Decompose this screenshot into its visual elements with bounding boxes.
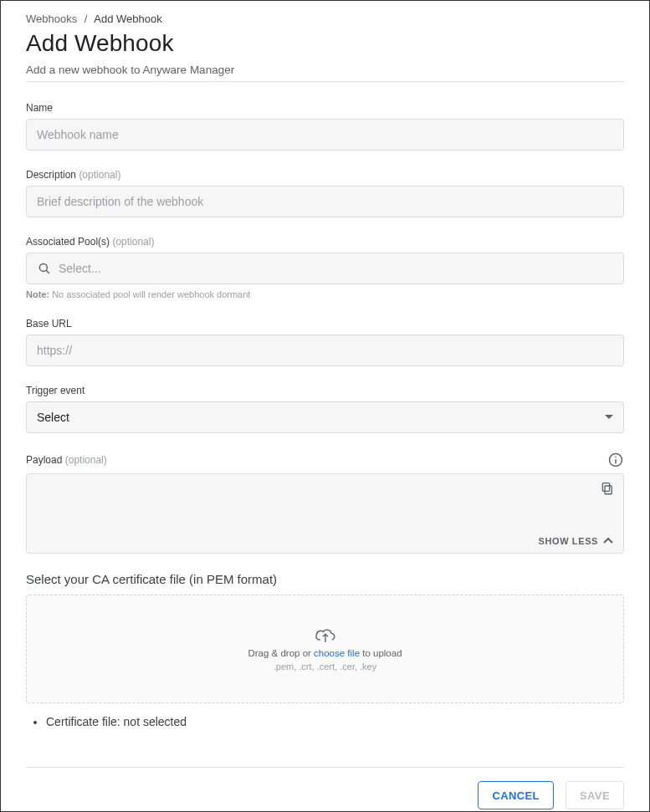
cert-status-list: Certificate file: not selected (46, 715, 624, 728)
breadcrumb-current: Add Webhook (94, 13, 161, 25)
name-input[interactable] (26, 119, 624, 151)
drop-suffix: to upload (360, 648, 402, 658)
pools-optional: (optional) (112, 236, 154, 248)
footer-separator (26, 767, 624, 768)
svg-point-0 (39, 263, 47, 271)
svg-rect-6 (602, 483, 609, 492)
search-icon (37, 261, 52, 276)
svg-rect-5 (605, 486, 612, 494)
cloud-upload-icon (314, 626, 337, 645)
baseurl-input[interactable] (26, 335, 624, 366)
trigger-select[interactable]: Select (26, 401, 624, 433)
name-label: Name (26, 102, 624, 114)
drop-extensions: .pem, .crt, .cert, .cer, .key (274, 661, 376, 672)
pools-label-text: Associated Pool(s) (26, 236, 110, 248)
show-less-text: SHOW LESS (539, 536, 598, 546)
footer-actions: CANCEL SAVE (26, 781, 624, 809)
description-input[interactable] (26, 186, 624, 217)
cancel-button[interactable]: CANCEL (478, 781, 554, 809)
page-frame: Webhooks / Add Webhook Add Webhook Add a… (0, 0, 650, 812)
payload-optional: (optional) (65, 454, 107, 466)
breadcrumb: Webhooks / Add Webhook (26, 13, 624, 25)
pools-label: Associated Pool(s) (optional) (26, 236, 624, 248)
description-label-text: Description (26, 169, 76, 181)
payload-label: Payload (optional) (26, 454, 107, 466)
payload-label-text: Payload (26, 454, 62, 466)
cert-status-item: Certificate file: not selected (46, 715, 624, 728)
pools-note: Note: No associated pool will render web… (26, 289, 624, 299)
copy-icon[interactable] (600, 481, 615, 496)
breadcrumb-separator: / (84, 13, 88, 25)
svg-point-4 (615, 456, 617, 457)
field-baseurl: Base URL (26, 318, 624, 366)
baseurl-label: Base URL (26, 318, 624, 329)
pools-note-prefix: Note: (26, 289, 49, 299)
svg-line-1 (46, 270, 49, 273)
page-subtitle: Add a new webhook to Anyware Manager (26, 64, 624, 82)
page-title: Add Webhook (26, 30, 624, 57)
chevron-up-icon (603, 538, 613, 544)
trigger-selected: Select (37, 411, 69, 424)
payload-box[interactable]: SHOW LESS (26, 473, 624, 554)
field-trigger: Trigger event Select (26, 385, 624, 433)
trigger-label: Trigger event (26, 385, 624, 396)
save-button: SAVE (566, 781, 624, 809)
description-label: Description (optional) (26, 169, 624, 181)
chevron-down-icon (605, 415, 613, 420)
pools-note-text: No associated pool will render webhook d… (52, 289, 250, 299)
pools-placeholder: Select... (59, 262, 101, 275)
drop-prefix: Drag & drop or (248, 648, 314, 658)
field-payload: Payload (optional) SHOW LESS (26, 452, 624, 554)
field-description: Description (optional) (26, 169, 624, 217)
cert-heading: Select your CA certificate file (in PEM … (26, 572, 624, 586)
description-optional: (optional) (79, 169, 120, 181)
show-less-toggle[interactable]: SHOW LESS (539, 536, 613, 546)
info-icon[interactable] (607, 452, 624, 468)
choose-file-link[interactable]: choose file (314, 648, 360, 658)
field-pools: Associated Pool(s) (optional) Select... … (26, 236, 624, 299)
field-name: Name (26, 102, 624, 151)
pools-select[interactable]: Select... (26, 253, 624, 284)
drop-text: Drag & drop or choose file to upload (248, 648, 402, 658)
cert-dropzone[interactable]: Drag & drop or choose file to upload .pe… (26, 595, 624, 703)
breadcrumb-parent[interactable]: Webhooks (26, 13, 77, 25)
